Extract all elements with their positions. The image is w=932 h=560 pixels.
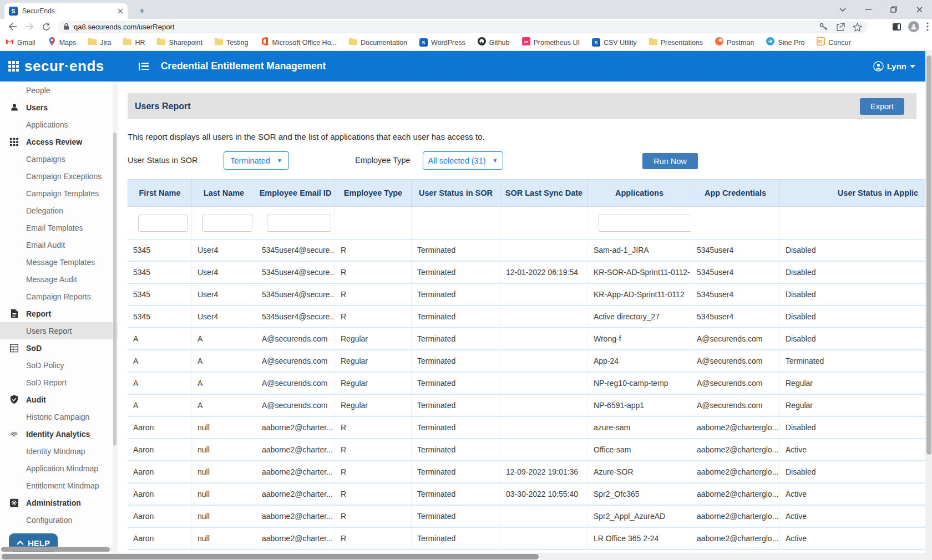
forward-button[interactable] — [21, 19, 38, 34]
bookmark-label: Testing — [226, 39, 249, 47]
sidebar-item-application-mindmap[interactable]: Application Mindmap — [0, 460, 118, 477]
table-row[interactable]: 5345User45345user4@secure...RTerminatedS… — [128, 240, 925, 262]
bookmark-item[interactable]: HR — [123, 37, 145, 48]
table-row[interactable]: 5345User45345user4@secure...RTerminated1… — [128, 262, 925, 284]
window-menu-chevron-icon[interactable] — [830, 0, 855, 19]
key-icon[interactable] — [819, 22, 828, 32]
sidebar-item-users-report[interactable]: Users Report — [0, 322, 118, 339]
sidebar-item-identity-analytics[interactable]: Identity Analytics — [0, 425, 118, 442]
bookmark-item[interactable]: Gmail — [6, 37, 36, 48]
column-header[interactable]: SOR Last Sync Date — [500, 179, 588, 207]
apps-grid-icon[interactable] — [8, 61, 19, 72]
bookmark-item[interactable]: SWordPress — [419, 38, 465, 47]
sidebar-item-users[interactable]: Users — [0, 99, 118, 116]
sidebar-item-entitlement-mindmap[interactable]: Entitlement Mindmap — [0, 477, 118, 494]
sidebar-item-report[interactable]: Report — [0, 305, 118, 322]
bookmark-item[interactable]: SCSV Utility — [592, 38, 637, 47]
sidebar-item-historic-campaign[interactable]: Historic Campaign — [0, 408, 118, 425]
table-row[interactable]: AAA@securends.comRegularTerminatedNP-659… — [128, 395, 925, 417]
page-horizontal-scrollbar[interactable] — [0, 553, 925, 560]
tab-close-icon[interactable] — [118, 8, 123, 14]
sidebar-item-campaign-templates[interactable]: Campaign Templates — [0, 185, 118, 202]
sidebar-item-campaigns[interactable]: Campaigns — [0, 150, 118, 167]
sidebar-item-sod[interactable]: SoD — [0, 339, 118, 357]
column-filter-input[interactable] — [267, 215, 331, 232]
new-tab-button[interactable]: + — [135, 4, 149, 18]
column-header[interactable]: Applications — [588, 179, 691, 207]
column-filter-input[interactable] — [599, 215, 691, 232]
sidebar-item-sod-report[interactable]: SoD Report — [0, 374, 118, 391]
table-row[interactable]: Aaronnullaaborne2@charter...RTerminatedS… — [128, 506, 925, 528]
column-header[interactable]: Employee Email ID — [256, 179, 335, 207]
sidebar-item-email-templates[interactable]: Email Templates — [0, 219, 118, 236]
sidebar-item-administration[interactable]: Administration — [0, 494, 118, 511]
column-header[interactable]: User Status in SOR — [412, 179, 500, 207]
sidebar-item-message-templates[interactable]: Message Templates — [0, 253, 118, 271]
table-row[interactable]: Aaronnullaaborne2@charter...RTerminateda… — [128, 417, 925, 439]
table-row[interactable]: 5345User45345user4@secure...RTerminatedK… — [128, 284, 925, 306]
column-header[interactable]: First Name — [128, 179, 192, 207]
sidebar-item-delegation[interactable]: Delegation — [0, 202, 118, 219]
menu-kebab-icon[interactable] — [926, 22, 929, 31]
browser-tab[interactable]: S SecurEnds — [4, 3, 128, 19]
column-filter-input[interactable] — [138, 215, 188, 232]
sidebar-item-email-audit[interactable]: Email Audit — [0, 236, 118, 253]
url-bar[interactable]: qa8.securends.com/userReport — [58, 21, 868, 33]
sidebar-item-people[interactable]: People — [0, 82, 118, 99]
bookmark-item[interactable]: Maps — [48, 37, 77, 48]
bookmark-item[interactable]: inPrometheus UI — [522, 37, 580, 48]
bookmark-item[interactable]: Microsoft Office Ho... — [261, 37, 337, 48]
table-row[interactable]: 5345User45345user4@secure...RTerminatedA… — [128, 306, 925, 328]
table-row[interactable]: Aaronnullaaborne2@charter...RTerminatedL… — [128, 528, 925, 550]
run-now-button[interactable]: Run Now — [642, 153, 698, 169]
brand-logo[interactable]: secur·ends — [24, 58, 104, 75]
column-header[interactable]: Last Name — [192, 179, 256, 207]
sidebar-item-message-audit[interactable]: Message Audit — [0, 271, 118, 288]
window-restore-button[interactable] — [881, 0, 906, 19]
bookmark-item[interactable]: Sharepoint — [157, 37, 202, 48]
bookmark-item[interactable]: Presentations — [649, 37, 703, 48]
export-button[interactable]: Export — [860, 98, 904, 115]
sidebar-item-applications[interactable]: Applications — [0, 116, 118, 133]
star-icon[interactable] — [853, 23, 862, 32]
sidebar-vertical-scrollbar[interactable] — [113, 82, 117, 560]
table-row[interactable]: Aaronnullaaborne2@charter...RTerminatedO… — [128, 439, 925, 461]
window-minimize-button[interactable] — [855, 0, 881, 19]
side-panel-icon[interactable] — [893, 23, 901, 30]
sidebar-item-configuration[interactable]: Configuration — [0, 511, 118, 528]
sidebar-item-sod-policy[interactable]: SoD Policy — [0, 357, 118, 374]
sidebar-horizontal-scrollbar[interactable] — [1, 547, 115, 552]
column-header[interactable]: Employee Type — [335, 179, 412, 207]
table-row[interactable]: Aaronnullaaborne2@charter...RTerminated0… — [128, 483, 925, 506]
bookmark-item[interactable]: Postman — [715, 37, 754, 48]
bookmark-item[interactable]: Documentation — [349, 37, 407, 48]
column-header[interactable]: User Status in Applic — [780, 179, 925, 207]
sidebar-item-campaign-exceptions[interactable]: Campaign Exceptions — [0, 167, 118, 185]
bookmark-item[interactable]: Jira — [88, 37, 111, 48]
sidebar-item-campaign-reports[interactable]: Campaign Reports — [0, 288, 118, 305]
bookmark-item[interactable]: Sine Pro — [766, 37, 804, 48]
user-menu[interactable]: Lynn — [873, 61, 915, 72]
window-close-button[interactable] — [906, 0, 932, 19]
table-row[interactable]: AAA@securends.comRegularTerminatedApp-24… — [128, 350, 925, 373]
sidebar-item-audit[interactable]: Audit — [0, 391, 118, 408]
table-row[interactable]: Aaronnullaaborne2@charter...RTerminated1… — [128, 461, 925, 483]
sidebar-item-access-review[interactable]: Access Review — [0, 133, 118, 150]
bookmark-item[interactable]: Github — [478, 37, 510, 48]
sidebar-item-identity-mindmap[interactable]: Identity Mindmap — [0, 442, 118, 460]
table-row[interactable]: AAA@securends.comRegularTerminatedWrong-… — [128, 328, 925, 350]
bookmark-item[interactable]: Testing — [215, 37, 249, 48]
url-text[interactable]: qa8.securends.com/userReport — [74, 23, 811, 31]
share-icon[interactable] — [836, 23, 845, 32]
table-row[interactable]: AAA@securends.comRegularTerminatedNP-reg… — [128, 373, 925, 395]
profile-avatar-icon[interactable] — [908, 21, 919, 32]
back-button[interactable] — [4, 19, 21, 34]
reload-button[interactable] — [38, 19, 54, 34]
user-status-dropdown[interactable]: Terminated ▼ — [224, 151, 289, 170]
page-vertical-scrollbar[interactable] — [925, 51, 932, 560]
column-filter-input[interactable] — [202, 215, 252, 232]
employee-type-dropdown[interactable]: All selected (31) ▼ — [423, 151, 503, 170]
bookmark-item[interactable]: CConcur — [817, 37, 850, 48]
sidebar-toggle-icon[interactable] — [139, 63, 149, 70]
column-header[interactable]: App Credentials — [691, 179, 780, 207]
